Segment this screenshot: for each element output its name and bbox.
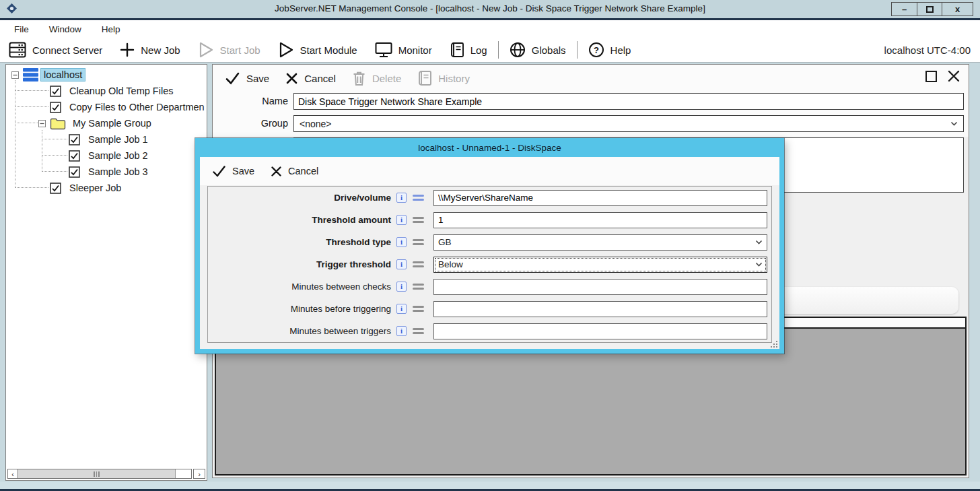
tree-connector	[15, 80, 15, 188]
close-button[interactable]: x	[942, 3, 973, 15]
window-bottom-frame	[0, 482, 980, 491]
field-label: Minutes between checks	[208, 282, 391, 292]
trigger-threshold-select[interactable]: Below	[433, 257, 767, 273]
editor-window-buttons	[925, 69, 960, 83]
tree-connector	[15, 106, 48, 107]
log-book-icon	[450, 42, 464, 58]
checkbox-checked-icon[interactable]	[50, 102, 61, 113]
horizontal-scrollbar[interactable]: ‹	[7, 469, 192, 479]
tree-node-label[interactable]: Sample Job 2	[85, 150, 151, 162]
menu-file[interactable]: File	[4, 20, 39, 38]
new-job-button[interactable]: New Job	[111, 38, 188, 62]
job-group-value: <none>	[300, 119, 332, 129]
minutes-between-checks-input[interactable]	[433, 279, 767, 295]
connection-status: localhost UTC-4:00	[884, 44, 980, 56]
tree-node-localhost[interactable]: localhost	[11, 67, 85, 83]
tree-node-job[interactable]: Copy Files to Other Departmen	[50, 99, 206, 115]
tree-node-label[interactable]: localhost	[41, 69, 85, 81]
maximize-button[interactable]	[917, 3, 942, 15]
scrollbar-thumb[interactable]	[18, 469, 176, 478]
collapse-toggle-icon[interactable]	[38, 120, 46, 127]
scroll-right-arrow-icon[interactable]: ›	[193, 469, 205, 479]
info-icon[interactable]: i	[396, 282, 407, 292]
field-label: Trigger threshold	[208, 259, 391, 269]
equals-icon	[413, 239, 424, 245]
globals-button[interactable]: Globals	[501, 38, 575, 62]
help-button[interactable]: ? Help	[580, 38, 640, 62]
scroll-left-arrow-icon[interactable]: ‹	[8, 469, 18, 478]
menu-window[interactable]: Window	[39, 20, 92, 38]
tree-node-job[interactable]: Sample Job 1	[69, 131, 151, 148]
minutes-before-triggering-input[interactable]	[433, 301, 767, 317]
job-name-input[interactable]	[293, 93, 964, 110]
tree-node-job[interactable]: Sample Job 3	[69, 164, 151, 180]
editor-close-icon[interactable]	[947, 69, 960, 83]
start-module-button[interactable]: Start Module	[269, 38, 366, 62]
info-icon[interactable]: i	[396, 215, 407, 225]
form-row-trigger-threshold: Trigger threshold i Below	[208, 253, 771, 275]
monitor-button[interactable]: Monitor	[366, 38, 441, 62]
tree-node-group[interactable]: My Sample Group	[38, 115, 154, 131]
info-icon[interactable]: i	[396, 259, 407, 269]
chevron-down-icon	[755, 240, 763, 244]
checkbox-checked-icon[interactable]	[69, 134, 80, 145]
dialog-cancel-button[interactable]: Cancel	[262, 166, 326, 177]
checkbox-checked-icon[interactable]	[50, 183, 61, 194]
dialog-titlebar[interactable]: localhost - Unnamed-1 - DiskSpace	[195, 138, 784, 157]
chevron-down-icon	[950, 121, 958, 126]
tree-node-label[interactable]: My Sample Group	[70, 117, 154, 129]
job-cancel-button[interactable]: Cancel	[277, 72, 344, 85]
info-icon[interactable]: i	[396, 326, 407, 336]
tree-connector	[15, 123, 38, 123]
dialog-cancel-label: Cancel	[288, 166, 318, 176]
checkbox-checked-icon[interactable]	[69, 150, 80, 162]
form-row-minutes-before-triggering: Minutes before triggering i	[208, 298, 771, 320]
job-history-button: History	[409, 70, 478, 86]
equals-icon	[413, 261, 424, 267]
tree-node-label[interactable]: Sleeper Job	[67, 182, 124, 194]
tree-node-job[interactable]: Sample Job 2	[69, 148, 151, 164]
job-tree-panel: localhost Cleanup Old Temp Files Copy Fi…	[5, 64, 207, 481]
equals-icon	[413, 284, 424, 290]
log-button[interactable]: Log	[441, 38, 496, 62]
tree-connector	[42, 130, 42, 172]
tree-connector	[42, 171, 67, 172]
field-label: Threshold type	[208, 237, 391, 247]
connect-server-button[interactable]: Connect Server	[0, 38, 111, 62]
checkbox-checked-icon[interactable]	[69, 166, 80, 178]
threshold-type-select[interactable]: GB	[433, 234, 767, 251]
tree-node-label[interactable]: Cleanup Old Temp Files	[67, 85, 176, 97]
drive-volume-input[interactable]	[433, 190, 767, 206]
tree-connector	[15, 187, 48, 188]
tree-node-job[interactable]: Cleanup Old Temp Files	[50, 83, 176, 99]
job-save-button[interactable]: Save	[217, 71, 277, 86]
server-icon	[9, 42, 26, 58]
info-icon[interactable]: i	[396, 237, 407, 247]
threshold-amount-input[interactable]	[433, 212, 767, 228]
editor-maximize-icon[interactable]	[925, 71, 937, 82]
window-titlebar[interactable]: JobServer.NET Management Console - [loca…	[0, 0, 980, 18]
tree-node-label[interactable]: Sample Job 3	[85, 166, 151, 178]
menu-help[interactable]: Help	[92, 20, 131, 38]
dialog-resize-grip[interactable]	[769, 339, 777, 348]
collapse-toggle-icon[interactable]	[11, 71, 19, 79]
tree-node-label[interactable]: Sample Job 1	[85, 133, 151, 145]
dialog-form: Drive/volume i Threshold amount i Thresh…	[207, 186, 772, 343]
tree-connector	[42, 139, 67, 139]
history-book-icon	[417, 70, 432, 86]
tree-node-job[interactable]: Sleeper Job	[50, 180, 124, 196]
window-controls: – x	[891, 2, 973, 16]
job-group-select[interactable]: <none>	[293, 115, 964, 132]
checkbox-checked-icon[interactable]	[50, 86, 61, 97]
tree-node-label[interactable]: Copy Files to Other Departmen	[67, 101, 206, 113]
server-node-icon	[23, 68, 38, 81]
maximize-icon	[926, 6, 934, 13]
globals-label: Globals	[532, 44, 566, 56]
minutes-between-triggers-input[interactable]	[433, 323, 767, 339]
minimize-button[interactable]: –	[892, 3, 917, 15]
info-icon[interactable]: i	[396, 193, 407, 203]
dialog-save-button[interactable]: Save	[204, 165, 262, 178]
info-icon[interactable]: i	[396, 304, 407, 314]
trigger-threshold-value: Below	[438, 259, 463, 269]
connect-server-label: Connect Server	[32, 44, 102, 56]
